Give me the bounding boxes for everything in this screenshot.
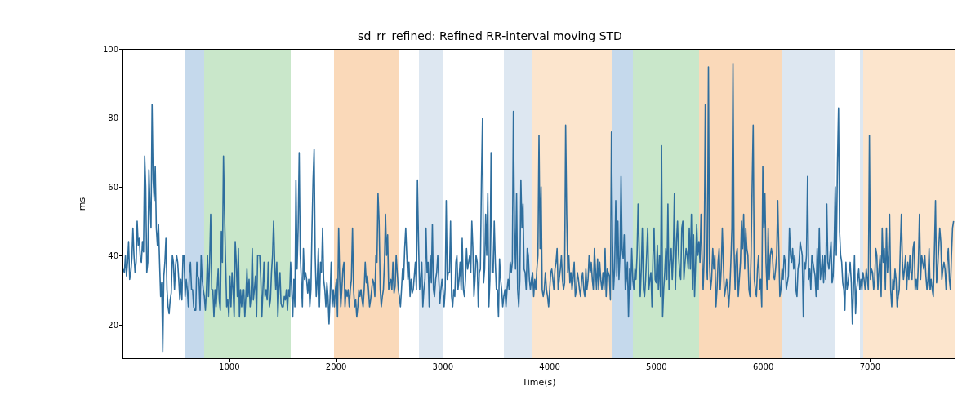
- x-tick-label: 5000: [646, 362, 666, 371]
- line-series: [123, 50, 955, 358]
- x-tick-label: 3000: [433, 362, 453, 371]
- y-tick: [119, 325, 122, 326]
- plot-area: [122, 49, 956, 359]
- y-tick-label: 100: [103, 45, 118, 54]
- x-tick-label: 6000: [753, 362, 773, 371]
- y-tick-label: 80: [108, 113, 118, 122]
- y-tick-label: 60: [108, 182, 118, 191]
- figure: sd_rr_refined: Refined RR-interval movin…: [0, 0, 980, 408]
- chart-title: sd_rr_refined: Refined RR-interval movin…: [0, 29, 980, 42]
- y-tick: [119, 49, 122, 50]
- y-tick-label: 40: [108, 251, 118, 260]
- x-tick-label: 7000: [860, 362, 880, 371]
- x-tick-label: 1000: [219, 362, 239, 371]
- y-tick-label: 20: [108, 320, 118, 329]
- y-tick: [119, 187, 122, 188]
- y-axis-label: ms: [77, 197, 87, 211]
- x-axis-label: Time(s): [522, 377, 555, 388]
- x-tick-label: 2000: [326, 362, 346, 371]
- y-tick: [119, 255, 122, 256]
- x-tick-label: 4000: [539, 362, 559, 371]
- y-tick: [119, 118, 122, 118]
